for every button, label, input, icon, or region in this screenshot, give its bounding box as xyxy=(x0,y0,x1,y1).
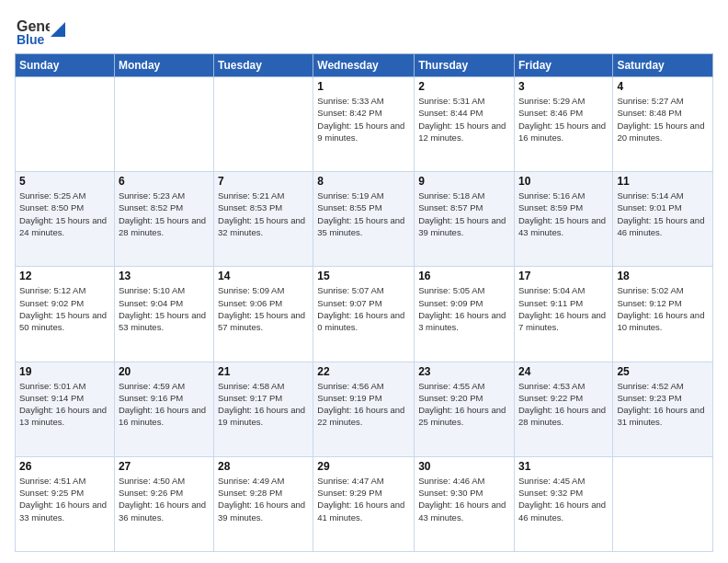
day-number: 4 xyxy=(617,80,709,93)
table-row: 29Sunrise: 4:47 AMSunset: 9:29 PMDayligh… xyxy=(313,456,415,551)
day-number: 28 xyxy=(218,460,309,473)
day-info: Sunrise: 5:01 AMSunset: 9:14 PMDaylight:… xyxy=(19,380,110,429)
logo-icon: General Blue xyxy=(15,11,50,46)
table-row: 12Sunrise: 5:12 AMSunset: 9:02 PMDayligh… xyxy=(16,267,115,362)
day-info: Sunrise: 4:47 AMSunset: 9:29 PMDaylight:… xyxy=(317,475,410,523)
day-number: 3 xyxy=(518,80,609,93)
table-row: 21Sunrise: 4:58 AMSunset: 9:17 PMDayligh… xyxy=(214,362,313,456)
day-info: Sunrise: 5:04 AMSunset: 9:11 PMDaylight:… xyxy=(518,284,609,333)
table-row: 8Sunrise: 5:19 AMSunset: 8:55 PMDaylight… xyxy=(313,172,415,267)
day-number: 29 xyxy=(317,460,410,473)
col-tuesday: Tuesday xyxy=(214,54,313,77)
table-row: 15Sunrise: 5:07 AMSunset: 9:07 PMDayligh… xyxy=(313,267,415,362)
day-info: Sunrise: 5:27 AMSunset: 8:48 PMDaylight:… xyxy=(617,95,709,144)
logo: General Blue xyxy=(15,11,65,46)
day-info: Sunrise: 4:49 AMSunset: 9:28 PMDaylight:… xyxy=(218,475,309,523)
day-info: Sunrise: 5:16 AMSunset: 8:59 PMDaylight:… xyxy=(518,190,609,238)
day-info: Sunrise: 5:05 AMSunset: 9:09 PMDaylight:… xyxy=(418,284,510,333)
day-info: Sunrise: 5:10 AMSunset: 9:04 PMDaylight:… xyxy=(119,284,210,333)
col-sunday: Sunday xyxy=(16,54,115,77)
day-number: 26 xyxy=(19,460,110,473)
day-info: Sunrise: 5:07 AMSunset: 9:07 PMDaylight:… xyxy=(317,284,410,333)
logo-triangle-icon xyxy=(51,22,65,37)
day-number: 30 xyxy=(418,460,510,473)
table-row: 31Sunrise: 4:45 AMSunset: 9:32 PMDayligh… xyxy=(514,456,612,551)
table-row: 17Sunrise: 5:04 AMSunset: 9:11 PMDayligh… xyxy=(514,267,612,362)
table-row xyxy=(214,77,313,172)
day-info: Sunrise: 4:52 AMSunset: 9:23 PMDaylight:… xyxy=(617,380,709,429)
table-row: 13Sunrise: 5:10 AMSunset: 9:04 PMDayligh… xyxy=(114,267,213,362)
table-row: 5Sunrise: 5:25 AMSunset: 8:50 PMDaylight… xyxy=(16,172,115,267)
col-friday: Friday xyxy=(514,54,612,77)
col-wednesday: Wednesday xyxy=(313,54,415,77)
day-number: 16 xyxy=(418,270,510,282)
page: General Blue xyxy=(0,0,728,563)
table-row: 18Sunrise: 5:02 AMSunset: 9:12 PMDayligh… xyxy=(613,267,713,362)
table-row: 23Sunrise: 4:55 AMSunset: 9:20 PMDayligh… xyxy=(415,362,515,456)
day-info: Sunrise: 4:53 AMSunset: 9:22 PMDaylight:… xyxy=(518,380,609,429)
day-info: Sunrise: 4:46 AMSunset: 9:30 PMDaylight:… xyxy=(418,475,510,523)
day-number: 19 xyxy=(19,365,110,378)
day-info: Sunrise: 5:19 AMSunset: 8:55 PMDaylight:… xyxy=(317,190,410,238)
day-info: Sunrise: 4:51 AMSunset: 9:25 PMDaylight:… xyxy=(19,475,110,523)
svg-marker-3 xyxy=(51,22,65,37)
day-info: Sunrise: 5:29 AMSunset: 8:46 PMDaylight:… xyxy=(518,95,609,144)
col-saturday: Saturday xyxy=(613,54,713,77)
day-info: Sunrise: 5:31 AMSunset: 8:44 PMDaylight:… xyxy=(418,95,510,144)
col-thursday: Thursday xyxy=(415,54,515,77)
calendar-week-row: 1Sunrise: 5:33 AMSunset: 8:42 PMDaylight… xyxy=(16,77,713,172)
calendar: Sunday Monday Tuesday Wednesday Thursday… xyxy=(15,53,713,552)
day-number: 27 xyxy=(119,460,210,473)
col-monday: Monday xyxy=(114,54,213,77)
table-row: 28Sunrise: 4:49 AMSunset: 9:28 PMDayligh… xyxy=(214,456,313,551)
day-number: 13 xyxy=(119,270,210,282)
table-row: 22Sunrise: 4:56 AMSunset: 9:19 PMDayligh… xyxy=(313,362,415,456)
day-number: 31 xyxy=(518,460,609,473)
day-number: 18 xyxy=(617,270,709,282)
day-number: 5 xyxy=(19,175,110,188)
day-info: Sunrise: 4:45 AMSunset: 9:32 PMDaylight:… xyxy=(518,475,609,523)
table-row: 9Sunrise: 5:18 AMSunset: 8:57 PMDaylight… xyxy=(415,172,515,267)
day-info: Sunrise: 4:58 AMSunset: 9:17 PMDaylight:… xyxy=(218,380,309,429)
day-number: 1 xyxy=(317,80,410,93)
day-info: Sunrise: 5:02 AMSunset: 9:12 PMDaylight:… xyxy=(617,284,709,333)
table-row: 24Sunrise: 4:53 AMSunset: 9:22 PMDayligh… xyxy=(514,362,612,456)
table-row xyxy=(613,456,713,551)
day-info: Sunrise: 4:55 AMSunset: 9:20 PMDaylight:… xyxy=(418,380,510,429)
day-number: 22 xyxy=(317,365,410,378)
day-info: Sunrise: 5:21 AMSunset: 8:53 PMDaylight:… xyxy=(218,190,309,238)
day-number: 9 xyxy=(418,175,510,188)
table-row: 27Sunrise: 4:50 AMSunset: 9:26 PMDayligh… xyxy=(114,456,213,551)
day-number: 23 xyxy=(418,365,510,378)
day-number: 17 xyxy=(518,270,609,282)
table-row xyxy=(16,77,115,172)
day-info: Sunrise: 5:25 AMSunset: 8:50 PMDaylight:… xyxy=(19,190,110,238)
day-number: 20 xyxy=(119,365,210,378)
day-number: 24 xyxy=(518,365,609,378)
table-row: 4Sunrise: 5:27 AMSunset: 8:48 PMDaylight… xyxy=(613,77,713,172)
day-info: Sunrise: 4:56 AMSunset: 9:19 PMDaylight:… xyxy=(317,380,410,429)
table-row: 26Sunrise: 4:51 AMSunset: 9:25 PMDayligh… xyxy=(16,456,115,551)
table-row: 20Sunrise: 4:59 AMSunset: 9:16 PMDayligh… xyxy=(114,362,213,456)
day-number: 2 xyxy=(418,80,510,93)
table-row: 3Sunrise: 5:29 AMSunset: 8:46 PMDaylight… xyxy=(514,77,612,172)
table-row: 25Sunrise: 4:52 AMSunset: 9:23 PMDayligh… xyxy=(613,362,713,456)
calendar-week-row: 26Sunrise: 4:51 AMSunset: 9:25 PMDayligh… xyxy=(16,456,713,551)
day-info: Sunrise: 5:12 AMSunset: 9:02 PMDaylight:… xyxy=(19,284,110,333)
table-row: 7Sunrise: 5:21 AMSunset: 8:53 PMDaylight… xyxy=(214,172,313,267)
day-info: Sunrise: 5:33 AMSunset: 8:42 PMDaylight:… xyxy=(317,95,410,144)
day-number: 6 xyxy=(119,175,210,188)
day-info: Sunrise: 5:18 AMSunset: 8:57 PMDaylight:… xyxy=(418,190,510,238)
day-number: 15 xyxy=(317,270,410,282)
table-row: 1Sunrise: 5:33 AMSunset: 8:42 PMDaylight… xyxy=(313,77,415,172)
day-info: Sunrise: 5:14 AMSunset: 9:01 PMDaylight:… xyxy=(617,190,709,238)
day-number: 11 xyxy=(617,175,709,188)
table-row: 14Sunrise: 5:09 AMSunset: 9:06 PMDayligh… xyxy=(214,267,313,362)
table-row: 2Sunrise: 5:31 AMSunset: 8:44 PMDaylight… xyxy=(415,77,515,172)
svg-text:Blue: Blue xyxy=(17,32,45,46)
table-row: 19Sunrise: 5:01 AMSunset: 9:14 PMDayligh… xyxy=(16,362,115,456)
weekday-header-row: Sunday Monday Tuesday Wednesday Thursday… xyxy=(16,54,713,77)
day-info: Sunrise: 4:59 AMSunset: 9:16 PMDaylight:… xyxy=(119,380,210,429)
day-number: 7 xyxy=(218,175,309,188)
calendar-week-row: 5Sunrise: 5:25 AMSunset: 8:50 PMDaylight… xyxy=(16,172,713,267)
